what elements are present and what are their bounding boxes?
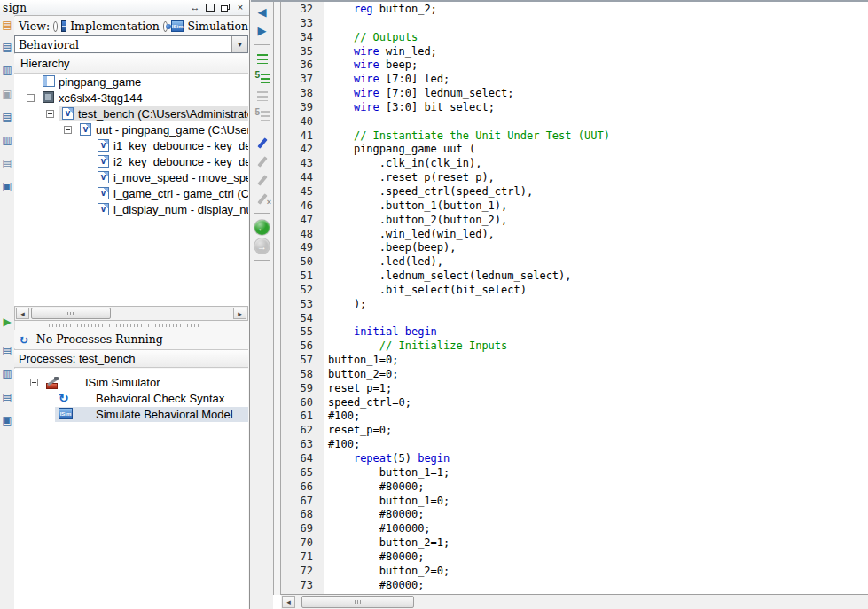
code-line-66[interactable]: 66 #80000; (281, 480, 868, 495)
process-simulate-behavioral-model[interactable]: ISimSimulate Behavioral Model (14, 407, 248, 423)
code-line-34[interactable]: 34 // Outputs (281, 31, 868, 45)
code-line-54[interactable]: 54 (281, 312, 868, 326)
scroll-left-icon[interactable]: ◂ (282, 596, 295, 608)
implementation-label[interactable]: Implementation (70, 20, 160, 33)
code-line-41[interactable]: 41 // Instantiate the Unit Under Test (U… (281, 129, 868, 144)
code-line-55[interactable]: 55 initial begin (281, 325, 868, 340)
clear-bookmarks-icon[interactable]: × (253, 191, 271, 207)
node-pingpang-game[interactable]: pingpang_game (14, 74, 248, 90)
run-to-marker-icon[interactable]: ▶ (253, 23, 271, 38)
code-line-44[interactable]: 44 .reset_p(reset_p), (281, 171, 868, 185)
node-device[interactable]: xc6slx4-3tqg144 (14, 90, 248, 106)
combobox-dropdown-icon[interactable]: ▼ (231, 36, 247, 52)
code-line-52[interactable]: 52 .bit_select(bit_select) (281, 284, 868, 298)
collapse-toggle-icon[interactable] (46, 110, 54, 118)
code-line-50[interactable]: 50 .led(led), (281, 255, 868, 269)
navigate-back-icon[interactable]: ← (253, 220, 271, 235)
code-line-37[interactable]: 37 wire [7:0] led; (281, 73, 868, 87)
code-line-42[interactable]: 42 pingpang_game uut ( (281, 143, 868, 157)
code-line-51[interactable]: 51 .lednum_select(lednum_select), (281, 269, 868, 284)
code-line-59[interactable]: 59reset_p=1; (281, 382, 868, 396)
maximize-panel-icon[interactable] (204, 2, 216, 13)
code-line-61[interactable]: 61#100; (281, 410, 868, 424)
panel-icon-7[interactable]: ▣ (1, 180, 13, 192)
process-behavioral-check-syntax[interactable]: ↻Behavioral Check Syntax (14, 391, 248, 407)
panel-icon-1[interactable]: ▤ (1, 41, 13, 53)
code-line-69[interactable]: 69 #100000; (281, 522, 868, 536)
panel-icon-2[interactable]: ▥ (1, 64, 13, 76)
code-line-32[interactable]: 32 reg button_2; (281, 3, 868, 17)
toggle-bookmark-icon[interactable] (253, 136, 271, 151)
scroll-right-icon[interactable]: ▸ (233, 308, 246, 319)
collapse-toggle-icon[interactable] (27, 94, 35, 102)
show-occurrences-disabled-icon[interactable] (253, 89, 271, 104)
restore-panel-icon[interactable] (219, 2, 231, 13)
panel-icon-6[interactable]: ▤ (1, 157, 13, 169)
show-occurrences-icon[interactable] (253, 51, 271, 66)
code-line-45[interactable]: 45 .speed_ctrl(speed_ctrl), (281, 185, 868, 199)
panel-icon-12[interactable]: ▣ (1, 414, 13, 426)
code-line-46[interactable]: 46 .button_1(button_1), (281, 199, 868, 214)
navigate-forward-icon[interactable]: → (253, 238, 271, 254)
code-line-47[interactable]: 47 .button_2(button_2), (281, 214, 868, 228)
node-i-display-num[interactable]: vi_display_num - display_num (14, 202, 248, 218)
node-i-move-speed[interactable]: vi_move_speed - move_speed (14, 170, 248, 186)
panel-icon-3[interactable]: ▣ (1, 88, 13, 100)
code-line-70[interactable]: 70 button_2=1; (281, 536, 868, 550)
implementation-radio[interactable] (53, 21, 58, 32)
collapse-toggle-icon[interactable] (64, 126, 72, 134)
goto-previous-marker-icon[interactable]: ◀ (253, 4, 271, 20)
code-line-39[interactable]: 39 wire [3:0] bit_select; (281, 101, 868, 115)
code-line-43[interactable]: 43 .clk_in(clk_in), (281, 157, 868, 171)
previous-bookmark-icon[interactable] (253, 154, 271, 169)
code-line-68[interactable]: 68 #80000; (281, 508, 868, 522)
code-line-38[interactable]: 38 wire [7:0] lednum_select; (281, 87, 868, 101)
code-line-49[interactable]: 49 .beep(beep), (281, 241, 868, 255)
close-panel-icon[interactable]: × (234, 2, 246, 13)
editor-vertical-scrollbar[interactable] (273, 2, 281, 595)
code-lines[interactable]: 32 reg button_2;3334 // Outputs35 wire w… (281, 3, 868, 592)
node-uut[interactable]: vuut - pingpang_game (C:\Users (14, 122, 248, 138)
scrollbar-thumb[interactable] (301, 596, 414, 608)
code-line-58[interactable]: 58button_2=0; (281, 368, 868, 382)
code-line-56[interactable]: 56 // Initialize Inputs (281, 340, 868, 354)
code-line-57[interactable]: 57button_1=0; (281, 354, 868, 368)
design-panel-titlebar[interactable]: sign ↔ × (0, 0, 249, 16)
goto-occurrence-disabled-icon[interactable]: 5 (253, 107, 271, 122)
code-line-63[interactable]: 63#100; (281, 438, 868, 452)
panel-icon-11[interactable]: ▤ (1, 391, 13, 403)
code-line-62[interactable]: 62reset_p=0; (281, 424, 868, 438)
node-i1-key-debounce[interactable]: vi1_key_debounce - key_debo (14, 138, 248, 154)
panel-icon-9[interactable]: ▤ (1, 344, 13, 356)
panel-splitter[interactable] (0, 322, 248, 330)
code-editor[interactable]: 32 reg button_2;3334 // Outputs35 wire w… (273, 2, 868, 609)
code-line-60[interactable]: 60speed_ctrl=0; (281, 396, 868, 410)
new-source-icon[interactable]: ▤ (1, 19, 13, 31)
scroll-left-icon[interactable]: ◂ (16, 308, 29, 319)
code-line-35[interactable]: 35 wire win_led; (281, 45, 868, 59)
panel-icon-10[interactable]: ▥ (1, 367, 13, 379)
code-line-71[interactable]: 71 #80000; (281, 550, 868, 565)
process-isim-simulator[interactable]: ISim Simulator (14, 375, 248, 391)
simulation-label[interactable]: Simulation (187, 20, 248, 33)
collapse-toggle-icon[interactable] (30, 379, 38, 386)
code-line-64[interactable]: 64 repeat(5) begin (281, 452, 868, 466)
node-i-game-ctrl[interactable]: vi_game_ctrl - game_ctrl (C:\U (14, 186, 248, 202)
panel-icon-4[interactable]: ▤ (1, 111, 13, 123)
node-test-bench[interactable]: vtest_bench (C:\Users\Administrator (14, 106, 248, 122)
code-line-67[interactable]: 67 button_1=0; (281, 495, 868, 509)
code-line-65[interactable]: 65 button_1=1; (281, 466, 868, 480)
panel-icon-5[interactable]: ▥ (1, 134, 13, 146)
code-line-36[interactable]: 36 wire beep; (281, 59, 868, 73)
code-line-48[interactable]: 48 .win_led(win_led), (281, 228, 868, 242)
hierarchy-horizontal-scrollbar[interactable]: ◂ ▸ (14, 306, 248, 321)
code-line-40[interactable]: 40 (281, 115, 868, 129)
simulation-radio[interactable] (163, 21, 168, 32)
simulation-mode-combobox[interactable]: Behavioral ▼ (14, 35, 248, 53)
code-line-53[interactable]: 53 ); (281, 298, 868, 312)
code-line-73[interactable]: 73 #80000; (281, 579, 868, 593)
code-line-33[interactable]: 33 (281, 17, 868, 31)
node-i2-key-debounce[interactable]: vi2_key_debounce - key_debo (14, 154, 248, 170)
editor-horizontal-scrollbar[interactable]: ◂ (281, 594, 868, 609)
scrollbar-thumb[interactable] (31, 308, 111, 319)
